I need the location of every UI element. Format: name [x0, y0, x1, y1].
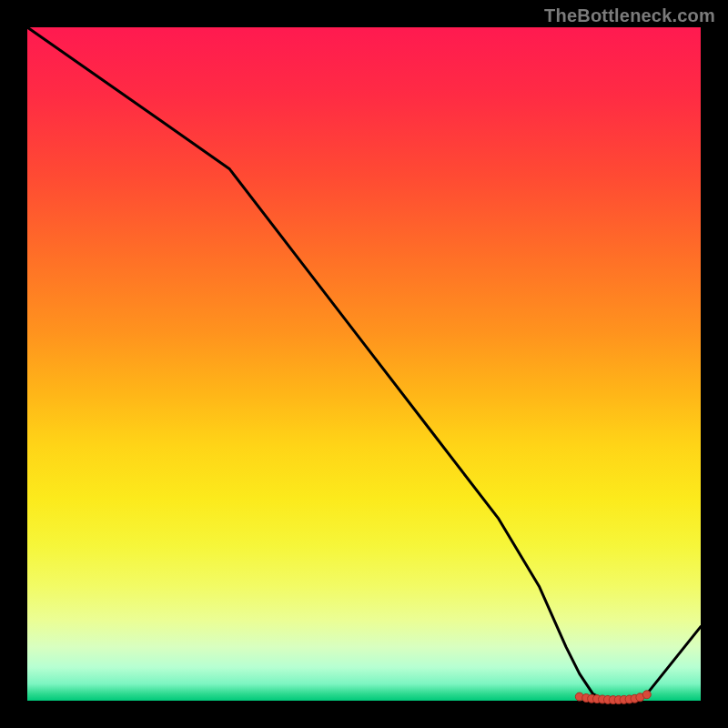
- plot-area: [27, 27, 701, 701]
- marker-dot: [642, 691, 651, 699]
- bottleneck-curve: [27, 27, 701, 701]
- chart-frame: TheBottleneck.com: [0, 0, 728, 728]
- plot-svg: [27, 27, 701, 701]
- optimal-range-markers: [575, 691, 651, 704]
- watermark-text: TheBottleneck.com: [544, 5, 715, 26]
